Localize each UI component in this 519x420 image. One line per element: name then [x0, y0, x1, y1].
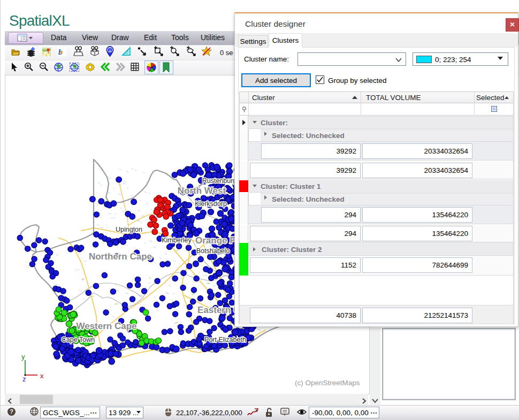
svg-text:Botshabelo: Botshabelo	[196, 247, 230, 255]
svg-text:(c) OpenStreetMaps: (c) OpenStreetMaps	[295, 379, 360, 387]
svg-text:Cape Town: Cape Town	[62, 336, 95, 343]
svg-text:North West: North West	[178, 186, 226, 196]
svg-text:Kimberley: Kimberley	[162, 236, 192, 244]
svg-text:Klerksdorp: Klerksdorp	[195, 200, 227, 208]
svg-text:Northern Cape: Northern Cape	[89, 251, 152, 262]
svg-text:Western Cape: Western Cape	[76, 321, 136, 331]
svg-text:x: x	[40, 372, 44, 380]
svg-text:y: y	[21, 353, 25, 361]
svg-text:Rustenburg: Rustenburg	[202, 177, 237, 185]
svg-text:Upington: Upington	[116, 226, 142, 233]
svg-text:Port Elizabeth: Port Elizabeth	[204, 336, 246, 343]
svg-text:z: z	[22, 375, 26, 383]
